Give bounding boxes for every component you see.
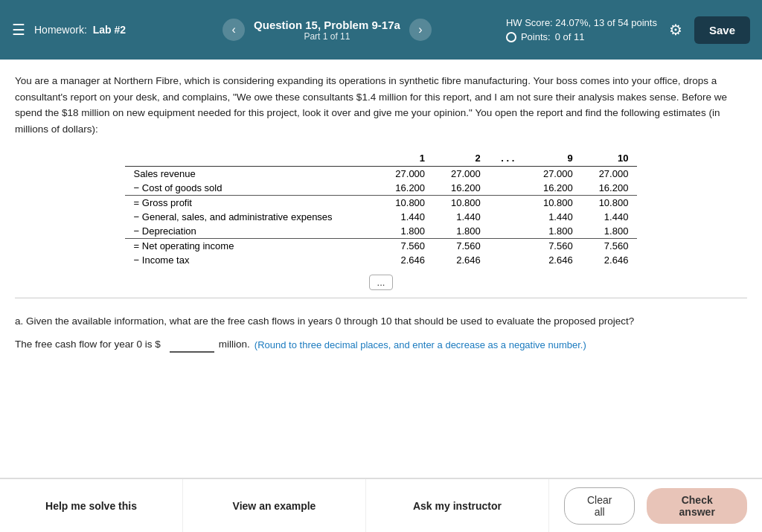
- row-label: = Gross profit: [125, 196, 379, 211]
- score-section: HW Score: 24.07%, 13 of 54 points Points…: [506, 16, 750, 45]
- question-title: Question 15, Problem 9-17a: [254, 19, 400, 31]
- header-center: ‹ Question 15, Problem 9-17a Part 1 of 1…: [148, 19, 506, 42]
- cell-10: 27.000: [582, 167, 638, 182]
- col-header-2: 2: [434, 150, 490, 167]
- cell-9: 1.800: [526, 224, 582, 239]
- cell-9: 2.646: [526, 253, 582, 267]
- row-label: − Cost of goods sold: [125, 181, 379, 196]
- cell-2: 7.560: [434, 239, 490, 254]
- table-row: − Depreciation 1.800 1.800 1.800 1.800: [125, 224, 638, 239]
- answer-hint: (Round to three decimal places, and ente…: [254, 337, 586, 353]
- footer: Help me solve this View an example Ask m…: [0, 478, 762, 532]
- cell-1: 1.800: [378, 224, 434, 239]
- cell-10: 16.200: [582, 181, 638, 196]
- cell-dots: [490, 181, 526, 196]
- ellipsis-row: ...: [15, 275, 747, 290]
- help-solve-button[interactable]: Help me solve this: [0, 479, 183, 532]
- cell-2: 1.440: [434, 210, 490, 224]
- table-row: − Income tax 2.646 2.646 2.646 2.646: [125, 253, 638, 267]
- cell-2: 27.000: [434, 167, 490, 182]
- expand-table-button[interactable]: ...: [369, 275, 394, 290]
- footer-right: Clear all Check answer: [549, 479, 762, 532]
- table-row: = Net operating income 7.560 7.560 7.560…: [125, 239, 638, 254]
- table-row: Sales revenue 27.000 27.000 27.000 27.00…: [125, 167, 638, 182]
- row-label: − General, sales, and administrative exp…: [125, 210, 379, 224]
- save-button[interactable]: Save: [694, 16, 750, 44]
- cell-1: 27.000: [378, 167, 434, 182]
- cell-dots: [490, 210, 526, 224]
- col-header-label: [125, 150, 379, 167]
- cell-dots: [490, 167, 526, 182]
- cell-dots: [490, 224, 526, 239]
- cell-10: 1.800: [582, 224, 638, 239]
- header-title: Homework: Lab #2: [34, 24, 126, 36]
- cell-dots: [490, 253, 526, 267]
- score-text: HW Score: 24.07%, 13 of 54 points Points…: [506, 16, 657, 45]
- table-row: − General, sales, and administrative exp…: [125, 210, 638, 224]
- next-question-button[interactable]: ›: [409, 19, 432, 41]
- cell-2: 10.800: [434, 196, 490, 211]
- main-content: You are a manager at Northern Fibre, whi…: [0, 60, 762, 478]
- cell-2: 16.200: [434, 181, 490, 196]
- answer-input[interactable]: [170, 337, 214, 353]
- cell-2: 1.800: [434, 224, 490, 239]
- cell-dots: [490, 239, 526, 254]
- cell-2: 2.646: [434, 253, 490, 267]
- cell-9: 7.560: [526, 239, 582, 254]
- app-header: ☰ Homework: Lab #2 ‹ Question 15, Proble…: [0, 0, 762, 60]
- cell-10: 10.800: [582, 196, 638, 211]
- row-label: − Depreciation: [125, 224, 379, 239]
- table-row: = Gross profit 10.800 10.800 10.800 10.8…: [125, 196, 638, 211]
- cell-9: 16.200: [526, 181, 582, 196]
- table-row: − Cost of goods sold 16.200 16.200 16.20…: [125, 181, 638, 196]
- settings-icon[interactable]: ⚙: [669, 21, 682, 39]
- col-header-10: 10: [582, 150, 638, 167]
- cell-9: 10.800: [526, 196, 582, 211]
- ask-instructor-button[interactable]: Ask my instructor: [366, 479, 549, 532]
- question-a-text: a. Given the available information, what…: [15, 313, 747, 330]
- answer-row: The free cash flow for year 0 is $ milli…: [15, 336, 747, 353]
- cell-1: 1.440: [378, 210, 434, 224]
- cell-9: 1.440: [526, 210, 582, 224]
- answer-suffix: million.: [219, 336, 250, 353]
- col-header-1: 1: [378, 150, 434, 167]
- cell-1: 10.800: [378, 196, 434, 211]
- cell-9: 27.000: [526, 167, 582, 182]
- problem-text: You are a manager at Northern Fibre, whi…: [15, 73, 747, 137]
- row-label: Sales revenue: [125, 167, 379, 182]
- cell-1: 2.646: [378, 253, 434, 267]
- cell-10: 7.560: [582, 239, 638, 254]
- clear-all-button[interactable]: Clear all: [564, 487, 635, 525]
- col-header-9: 9: [526, 150, 582, 167]
- view-example-button[interactable]: View an example: [183, 479, 366, 532]
- question-section: a. Given the available information, what…: [15, 313, 747, 353]
- table-header-row: 1 2 . . . 9 10: [125, 150, 638, 167]
- menu-icon[interactable]: ☰: [12, 21, 25, 39]
- cell-1: 16.200: [378, 181, 434, 196]
- question-info: Question 15, Problem 9-17a Part 1 of 11: [254, 19, 400, 42]
- row-label: = Net operating income: [125, 239, 379, 254]
- cell-dots: [490, 196, 526, 211]
- answer-prefix: The free cash flow for year 0 is $: [15, 336, 161, 353]
- cell-10: 1.440: [582, 210, 638, 224]
- prev-question-button[interactable]: ‹: [222, 19, 245, 41]
- cell-10: 2.646: [582, 253, 638, 267]
- cell-1: 7.560: [378, 239, 434, 254]
- points-icon: [506, 32, 516, 42]
- data-table: 1 2 . . . 9 10 Sales revenue 27.000 27.0…: [125, 150, 638, 267]
- row-label: − Income tax: [125, 253, 379, 267]
- check-answer-button[interactable]: Check answer: [647, 488, 747, 524]
- col-header-dots: . . .: [490, 150, 526, 167]
- question-part: Part 1 of 11: [254, 31, 400, 42]
